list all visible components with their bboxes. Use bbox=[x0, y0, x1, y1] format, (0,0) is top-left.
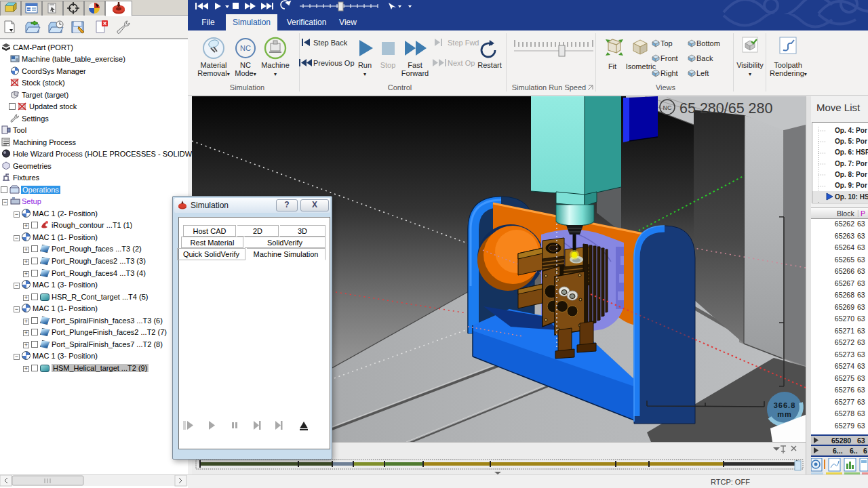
svg-text:NC: NC bbox=[663, 104, 672, 111]
svg-text:NC: NC bbox=[240, 44, 251, 52]
svg-text:366.8: 366.8 bbox=[774, 401, 796, 409]
svg-text:mm: mm bbox=[777, 410, 792, 418]
svg-text:65 280/65 280: 65 280/65 280 bbox=[679, 100, 773, 117]
